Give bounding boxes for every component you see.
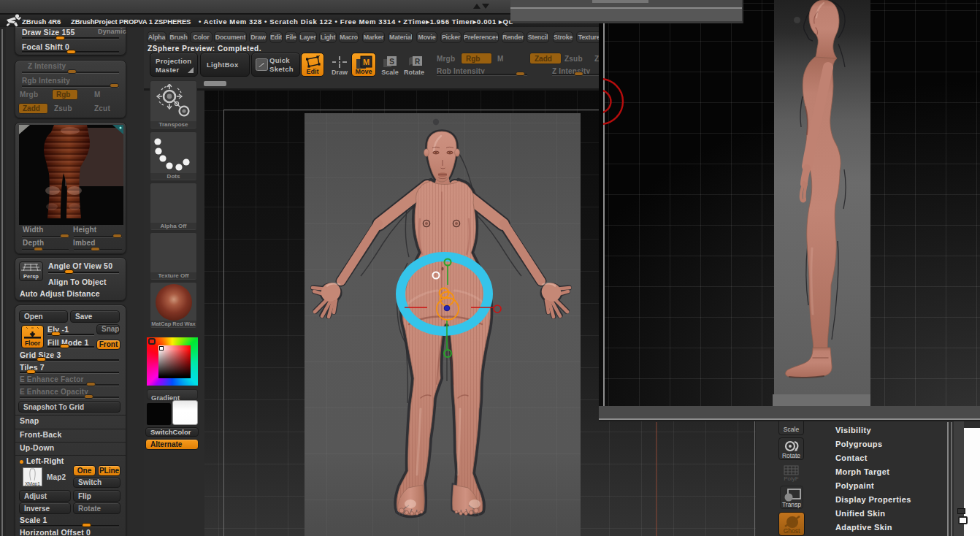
svg-text:R: R bbox=[415, 58, 421, 66]
svg-text:S: S bbox=[389, 58, 394, 66]
svg-text:Floor: Floor bbox=[25, 340, 41, 347]
svg-text:M: M bbox=[363, 58, 370, 66]
